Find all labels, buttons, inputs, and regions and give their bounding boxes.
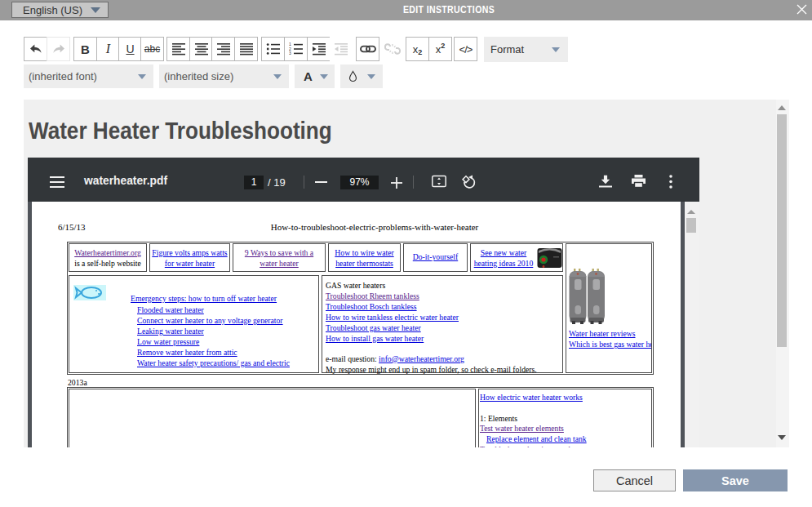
svg-text:3: 3 [289, 51, 291, 56]
